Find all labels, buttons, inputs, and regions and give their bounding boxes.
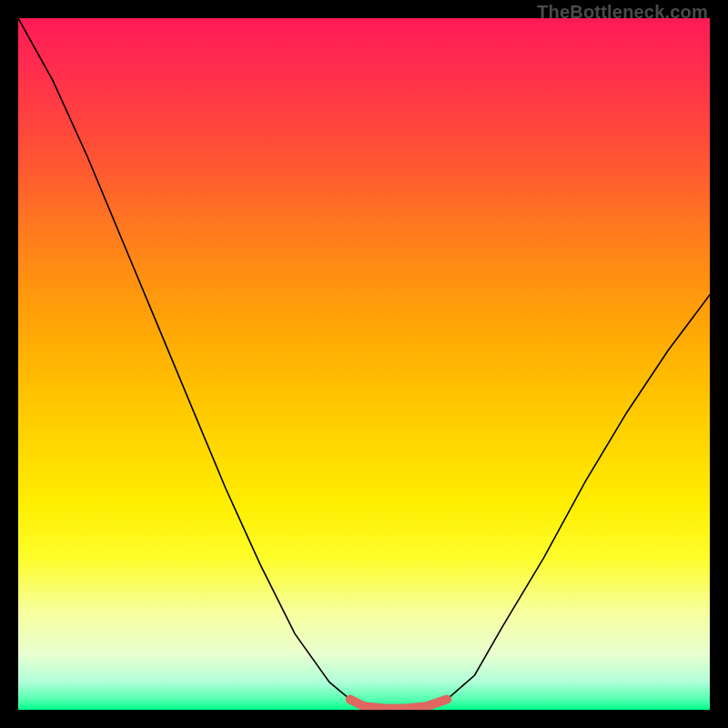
chart-frame: TheBottleneck.com bbox=[0, 0, 728, 728]
bottleneck-curve bbox=[18, 18, 710, 708]
chart-svg bbox=[18, 18, 710, 710]
watermark-text: TheBottleneck.com bbox=[537, 2, 708, 23]
plot-area bbox=[18, 18, 710, 710]
optimal-range-highlight bbox=[350, 700, 447, 709]
